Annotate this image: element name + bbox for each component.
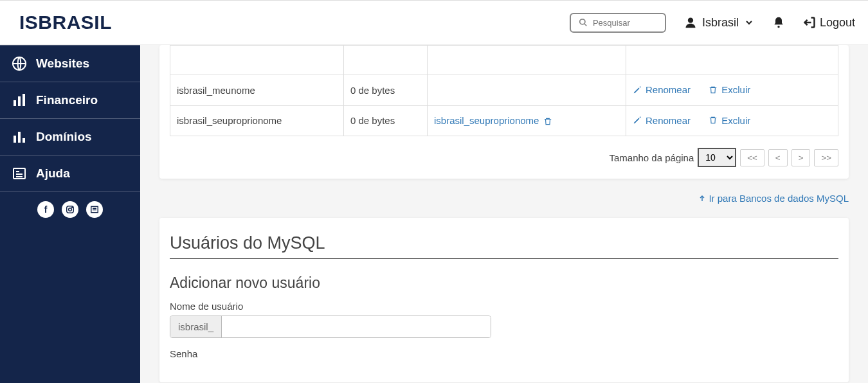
main-content: Banco de dados Tamanho Usuários privileg…: [140, 45, 868, 383]
user-menu[interactable]: Isbrasil: [684, 16, 754, 30]
th-users: Usuários privilegiados: [428, 46, 626, 75]
sidebar-item-label: Websites: [36, 57, 89, 71]
sidebar-item-label: Ajuda: [36, 166, 70, 181]
username-prefix: isbrasil_: [170, 316, 222, 337]
news-icon: [12, 166, 27, 181]
sidebar-item-websites[interactable]: Websites: [0, 45, 140, 82]
pager-prev[interactable]: <: [768, 149, 788, 166]
db-user-link[interactable]: isbrasil_seuproprionome: [434, 115, 539, 126]
arrow-up-icon: [698, 195, 706, 202]
svg-point-18: [72, 207, 73, 208]
search-box[interactable]: [570, 13, 666, 33]
users-card: Usuários do MySQL Adicionar novo usuário…: [159, 218, 849, 382]
goto-mysql-link[interactable]: Ir para Bancos de dados MySQL: [159, 193, 849, 204]
sidebar-item-dominios[interactable]: Domínios: [0, 119, 140, 156]
pager-next[interactable]: >: [791, 149, 811, 166]
cell-actions: Renomear Excluir: [626, 105, 838, 136]
password-label: Senha: [170, 348, 838, 359]
logout-button[interactable]: Logout: [803, 16, 855, 30]
cell-size: 0 de bytes: [344, 105, 428, 136]
cell-user: isbrasil_seuproprionome: [428, 105, 626, 136]
th-actions: Ações: [626, 46, 838, 75]
search-icon: [579, 18, 588, 27]
svg-point-3: [777, 26, 779, 28]
databases-card: Banco de dados Tamanho Usuários privileg…: [159, 45, 849, 179]
news-social-icon[interactable]: [86, 201, 103, 218]
cell-dbname: isbrasil_seuproprionome: [170, 105, 344, 136]
table-row: isbrasil_meunome 0 de bytes Renomear Exc…: [170, 75, 838, 106]
globe-icon: [12, 56, 27, 71]
pagination: Tamanho da página 10 << < > >>: [170, 148, 838, 167]
logout-label: Logout: [820, 16, 855, 30]
facebook-icon[interactable]: f: [37, 201, 54, 218]
svg-rect-8: [23, 94, 25, 106]
svg-rect-11: [23, 138, 25, 143]
trash-icon: [709, 85, 718, 94]
rename-button[interactable]: Renomear: [633, 115, 691, 126]
username-input[interactable]: [222, 316, 491, 337]
sidebar: Websites Financeiro Domínios Ajuda f: [0, 45, 140, 383]
svg-rect-9: [14, 136, 16, 143]
rename-button[interactable]: Renomear: [633, 84, 691, 95]
chart-bar-icon: [12, 93, 27, 108]
databases-table: Banco de dados Tamanho Usuários privileg…: [170, 45, 838, 136]
th-database: Banco de dados: [170, 46, 344, 75]
bell-icon: [772, 16, 785, 29]
sidebar-item-financeiro[interactable]: Financeiro: [0, 82, 140, 119]
add-user-title: Adicionar novo usuário: [170, 274, 838, 292]
pager-last[interactable]: >>: [814, 149, 838, 166]
topbar-right: Isbrasil Logout: [570, 13, 855, 33]
pencil-icon: [633, 116, 642, 125]
pager-first[interactable]: <<: [740, 149, 764, 166]
page-size-label: Tamanho da página: [609, 152, 694, 163]
topbar: ISBRASIL Isbrasil Logout: [0, 0, 868, 45]
username-input-group: isbrasil_: [170, 316, 491, 338]
cell-user: [428, 75, 626, 106]
users-section-title: Usuários do MySQL: [170, 233, 838, 259]
chevron-down-icon: [744, 17, 754, 28]
search-input[interactable]: [593, 18, 657, 28]
svg-line-1: [584, 24, 587, 26]
delete-button[interactable]: Excluir: [709, 84, 750, 95]
username-label: Nome de usuário: [170, 301, 838, 312]
svg-point-0: [580, 19, 585, 24]
instagram-icon[interactable]: [62, 201, 78, 218]
logout-icon: [803, 16, 816, 29]
svg-rect-10: [18, 132, 21, 143]
cell-size: 0 de bytes: [344, 75, 428, 106]
table-row: isbrasil_seuproprionome 0 de bytes isbra…: [170, 105, 838, 136]
trash-icon: [709, 116, 718, 125]
sidebar-socials: f: [0, 192, 140, 227]
cell-actions: Renomear Excluir: [626, 75, 838, 106]
bars-icon: [12, 129, 27, 145]
svg-rect-7: [18, 96, 21, 106]
th-size: Tamanho: [344, 46, 428, 75]
svg-rect-6: [14, 100, 16, 106]
notifications-button[interactable]: [772, 16, 785, 29]
svg-point-2: [688, 18, 693, 23]
page-size-select[interactable]: 10: [698, 148, 736, 167]
svg-point-17: [69, 208, 72, 211]
sidebar-item-label: Domínios: [36, 130, 92, 144]
user-icon: [684, 16, 697, 29]
sidebar-item-label: Financeiro: [36, 93, 98, 107]
delete-button[interactable]: Excluir: [709, 115, 750, 126]
cell-dbname: isbrasil_meunome: [170, 75, 344, 106]
pencil-icon: [633, 85, 642, 94]
user-name: Isbrasil: [702, 16, 739, 30]
trash-icon[interactable]: [543, 117, 552, 126]
sidebar-item-ajuda[interactable]: Ajuda: [0, 156, 140, 192]
brand-logo: ISBRASIL: [19, 12, 112, 33]
